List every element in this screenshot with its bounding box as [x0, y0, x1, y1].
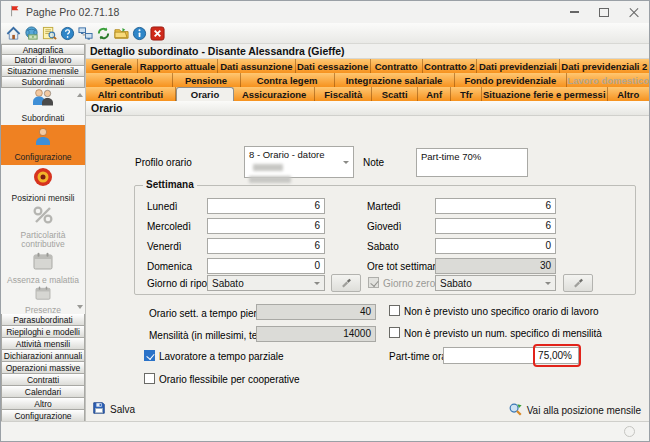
no-orario-specifico-checkbox[interactable]	[389, 305, 400, 316]
sidebar-item-posizioni-mensili[interactable]: Posizioni mensili	[1, 165, 85, 205]
tab-dati-cessazione[interactable]: Dati cessazione	[296, 59, 371, 73]
calendar-icon	[33, 286, 53, 304]
scroll-down-icon	[77, 305, 83, 312]
tab-row-1: Generale Rapporto attuale Dati assunzion…	[86, 59, 649, 73]
web-button[interactable]	[23, 25, 40, 42]
lunedi-input[interactable]: 6	[207, 198, 325, 214]
tab-altri-contributi[interactable]: Altri contributi	[86, 87, 176, 101]
sidebar-section-situazione-mensile[interactable]: Situazione mensile	[1, 66, 85, 77]
save-button[interactable]: Salva	[92, 401, 135, 417]
giovedi-input[interactable]: 6	[435, 218, 556, 234]
sidebar-section-operazioni-massive[interactable]: Operazioni massive	[1, 362, 85, 374]
window-title: Paghe Pro 02.71.18	[26, 6, 119, 18]
sidebar-section-datori-di-lavoro[interactable]: Datori di lavoro	[1, 55, 85, 66]
lavoratore-tempo-parziale-checkbox[interactable]	[144, 350, 155, 361]
brush-icon	[340, 274, 353, 292]
sidebar-section-calendari[interactable]: Calendari	[1, 386, 85, 398]
maximize-button[interactable]	[589, 1, 619, 23]
clear-rest-day-button[interactable]	[331, 274, 361, 292]
brush-icon	[572, 274, 585, 292]
sidebar-section-parasubordinati[interactable]: Parasubordinati	[1, 314, 85, 326]
tab-contratto[interactable]: Contratto	[371, 59, 423, 73]
scroll-down-button[interactable]	[75, 304, 84, 312]
tab-fondo-previdenziale[interactable]: Fondo previdenziale	[455, 73, 568, 87]
exit-button[interactable]	[149, 25, 166, 42]
sidebar-section-altro[interactable]: Altro	[1, 398, 85, 410]
tab-generale[interactable]: Generale	[86, 59, 138, 73]
sidebar-item-subordinati[interactable]: Subordinati	[1, 88, 85, 125]
giorno-zero-ore-select[interactable]: Sabato	[435, 275, 556, 291]
tab-contratto-2[interactable]: Contratto 2	[423, 59, 478, 73]
tab-integrazione-salariale[interactable]: Integrazione salariale	[335, 73, 455, 87]
tab-pensione[interactable]: Pensione	[173, 73, 241, 87]
domenica-input[interactable]: 0	[207, 258, 325, 274]
sidebar-icon-panel: Subordinati Configurazione Posizioni men…	[1, 88, 85, 314]
tab-tfr[interactable]: Tfr	[451, 87, 482, 101]
giorno-zero-ore-checkbox[interactable]	[368, 277, 379, 288]
tab-rapporto-attuale[interactable]: Rapporto attuale	[138, 59, 218, 73]
tab-assicurazione[interactable]: Assicurazione	[234, 87, 315, 101]
sabato-input[interactable]: 0	[435, 238, 556, 254]
giorno-di-riposo-select[interactable]: Sabato	[207, 275, 325, 291]
sidebar-section-riepiloghi-e-modelli[interactable]: Riepiloghi e modelli	[1, 326, 85, 338]
help-button[interactable]	[59, 25, 76, 42]
home-button[interactable]	[5, 25, 22, 42]
mensilita-field: 14000	[256, 326, 376, 342]
orario-flessibile-label: Orario flessibile per cooperative	[159, 374, 300, 385]
venerdi-input[interactable]: 6	[207, 238, 325, 254]
app-window: Paghe Pro 02.71.18 Anagrafica Datori di …	[0, 0, 650, 442]
goto-label: Vai alla posizione mensile	[527, 405, 641, 416]
martedi-input[interactable]: 6	[435, 198, 556, 214]
clear-zero-day-button[interactable]	[563, 274, 593, 292]
tab-dati-assunzione[interactable]: Dati assunzione	[218, 59, 296, 73]
tab-anf[interactable]: Anf	[418, 87, 452, 101]
sidebar-section-anagrafica[interactable]: Anagrafica	[1, 44, 85, 55]
app-flag-icon	[9, 3, 21, 21]
network-button[interactable]	[77, 25, 94, 42]
tab-spettacolo[interactable]: Spettacolo	[86, 73, 173, 87]
sidebar-item-label: Configurazione	[12, 153, 73, 163]
lunedi-label: Lunedì	[147, 201, 178, 212]
open-folder-button[interactable]	[113, 25, 130, 42]
no-mensilita-specifica-checkbox[interactable]	[389, 327, 400, 338]
close-button[interactable]	[619, 1, 649, 23]
tab-dati-previdenziali[interactable]: Dati previdenziali	[477, 59, 560, 73]
tab-scatti[interactable]: Scatti	[372, 87, 417, 101]
sidebar: Anagrafica Datori di lavoro Situazione m…	[1, 44, 86, 422]
orario-sett-field: 40	[256, 304, 376, 320]
sidebar-section-contratti[interactable]: Contratti	[1, 374, 85, 386]
minimize-button[interactable]	[559, 1, 589, 23]
sidebar-item-configurazione[interactable]: Configurazione	[1, 125, 85, 165]
save-label: Salva	[110, 404, 135, 415]
tab-orario[interactable]: Orario	[176, 87, 234, 101]
profilo-orario-select[interactable]: 8 - Orario - datore	[244, 146, 354, 178]
tab-altro[interactable]: Altro	[608, 87, 649, 101]
note-label: Note	[363, 157, 384, 168]
domenica-label: Domenica	[147, 261, 192, 272]
info-button[interactable]	[131, 25, 148, 42]
tab-contra-legem[interactable]: Contra legem	[241, 73, 335, 87]
venerdi-label: Venerdì	[147, 241, 181, 252]
note-textarea[interactable]: Part-time 70%	[416, 148, 528, 177]
tab-situazione-ferie-e-permessi[interactable]: Situazione ferie e permessi	[482, 87, 607, 101]
sync-button[interactable]	[95, 25, 112, 42]
magnifier-icon	[508, 402, 523, 419]
orario-sett-label: Orario sett. a tempo pieno	[149, 308, 265, 319]
goto-monthly-position-button[interactable]: Vai alla posizione mensile	[508, 402, 641, 419]
profilo-orario-value: 8 - Orario - datore	[249, 149, 325, 160]
orario-flessibile-checkbox[interactable]	[144, 373, 155, 384]
tab-fiscalita[interactable]: Fiscalità	[315, 87, 372, 101]
ore-tot-settimana-label: Ore tot settimana	[367, 261, 444, 272]
sidebar-item-assenza-e-malattia: Assenza e malattia	[1, 249, 85, 288]
scroll-up-button[interactable]	[75, 89, 84, 97]
mercoledi-input[interactable]: 6	[207, 218, 325, 234]
giovedi-label: Giovedì	[367, 221, 401, 232]
tab-dati-previdenziali-2[interactable]: Dati previdenziali 2	[560, 59, 649, 73]
sidebar-section-subordinati[interactable]: Subordinati	[1, 77, 85, 88]
scroll-up-icon	[77, 90, 83, 97]
find-document-button[interactable]	[41, 25, 58, 42]
sidebar-section-attivita-mensili[interactable]: Attività mensili	[1, 338, 85, 350]
sidebar-section-dichiarazioni-annuali[interactable]: Dichiarazioni annuali	[1, 350, 85, 362]
sabato-label: Sabato	[367, 241, 399, 252]
percent-icon	[32, 205, 54, 229]
